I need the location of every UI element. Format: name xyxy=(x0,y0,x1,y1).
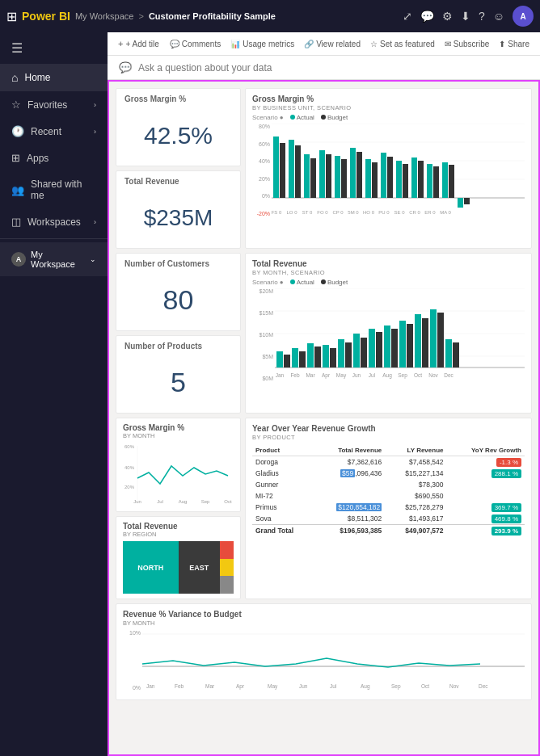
set-featured-button[interactable]: ☆ Set as featured xyxy=(367,37,438,51)
svg-text:Jun: Jun xyxy=(352,372,361,378)
svg-rect-66 xyxy=(415,314,421,368)
svg-text:May: May xyxy=(268,683,278,690)
help-icon[interactable]: ? xyxy=(479,10,485,23)
expand-icon[interactable]: ⤢ xyxy=(403,10,412,23)
svg-rect-54 xyxy=(323,345,329,368)
svg-text:Jun: Jun xyxy=(299,683,308,689)
rev-chart-legend: Scenario ● Actual Budget xyxy=(252,279,525,286)
usage-metrics-button[interactable]: 📊 Usage metrics xyxy=(227,37,297,51)
sidebar-item-apps[interactable]: ⊞ Apps xyxy=(0,145,108,171)
subscribe-button[interactable]: ✉ Subscribe xyxy=(441,37,492,51)
svg-rect-65 xyxy=(407,324,413,368)
svg-rect-55 xyxy=(330,348,336,368)
sidebar-item-recent[interactable]: 🕐 Recent › xyxy=(0,118,108,145)
sidebar-item-shared[interactable]: 👥 Shared with me xyxy=(0,171,108,208)
report-title: Customer Profitability Sample xyxy=(149,11,276,21)
svg-rect-11 xyxy=(319,150,325,198)
workspace-link[interactable]: My Workspace xyxy=(75,11,134,21)
region-small xyxy=(220,541,234,594)
svg-rect-14 xyxy=(341,159,347,198)
gm-y-axis: 80%60%40%20%0%-20% xyxy=(252,124,272,216)
sidebar-item-my-workspace[interactable]: A My Workspace ⌄ xyxy=(0,242,108,276)
gross-margin-kpi-tile: Gross Margin % 42.5% xyxy=(116,88,241,166)
svg-rect-19 xyxy=(381,153,386,198)
sidebar-item-home[interactable]: ⌂ Home xyxy=(0,64,108,91)
comment-icon[interactable]: 💬 xyxy=(420,10,434,23)
col-total-rev: Total Revenue xyxy=(314,445,385,456)
total-revenue-kpi-value: $235M xyxy=(116,187,240,248)
ask-question-bar[interactable]: 💬 Ask a question about your data xyxy=(108,56,540,80)
num-customers-value: 80 xyxy=(116,270,240,330)
svg-rect-18 xyxy=(372,162,378,198)
svg-text:Jan: Jan xyxy=(146,683,155,689)
svg-text:Dec: Dec xyxy=(479,683,488,689)
table-row-grand-total: Grand Total $196,593,385 $49,907,572 293… xyxy=(252,525,525,537)
svg-text:Nov: Nov xyxy=(428,372,438,378)
variance-chart-wrapper: 10% 0% Jan Feb Mar Apr May xyxy=(123,630,525,694)
add-tile-icon: + xyxy=(118,39,123,48)
content-area: + + Add tile 💬 Comments 📊 Usage metrics … xyxy=(108,32,540,756)
svg-rect-56 xyxy=(338,339,344,368)
svg-rect-6 xyxy=(280,143,285,198)
svg-rect-21 xyxy=(396,161,402,198)
svg-text:ER 0: ER 0 xyxy=(424,210,436,215)
add-tile-button[interactable]: + + Add tile xyxy=(114,36,163,51)
sidebar-workspace-label: My Workspace xyxy=(31,250,85,269)
svg-rect-69 xyxy=(437,313,444,368)
shared-icon: 👥 xyxy=(11,184,24,196)
svg-text:20%: 20% xyxy=(124,485,135,489)
gm-chart-legend: Scenario ● Actual Budget xyxy=(252,114,525,121)
svg-text:Jan: Jan xyxy=(276,372,285,378)
gross-margin-kpi-title: Gross Margin % xyxy=(116,89,240,105)
region-r1 xyxy=(220,541,234,559)
comments-button[interactable]: 💬 Comments xyxy=(167,37,224,51)
svg-rect-24 xyxy=(418,161,424,198)
svg-rect-52 xyxy=(307,343,314,368)
sidebar-item-favorites[interactable]: ☆ Favorites › xyxy=(0,91,108,118)
download-icon[interactable]: ⬇ xyxy=(461,10,470,23)
svg-rect-10 xyxy=(310,158,316,198)
col-product: Product xyxy=(252,445,314,456)
variance-y-axis: 10% 0% xyxy=(123,630,142,691)
variance-tile: Revenue % Variance to Budget BY MONTH 10… xyxy=(116,603,532,700)
svg-rect-26 xyxy=(433,166,439,198)
sidebar-item-home-label: Home xyxy=(24,72,50,83)
num-products-title: Number of Products xyxy=(116,336,240,352)
svg-rect-15 xyxy=(350,148,356,198)
svg-text:CP 0: CP 0 xyxy=(332,210,344,215)
variance-line-svg: Jan Feb Mar Apr May Jun Jul Aug Sep Oct … xyxy=(142,630,525,691)
svg-text:Apr: Apr xyxy=(322,372,331,379)
col-yoy: YoY Rev Growth xyxy=(447,445,525,456)
grid-icon[interactable]: ⊞ xyxy=(6,9,17,24)
hamburger-menu[interactable]: ☰ xyxy=(0,32,108,64)
svg-text:Jul: Jul xyxy=(369,372,376,378)
avatar[interactable]: A xyxy=(513,6,534,27)
svg-text:Oct: Oct xyxy=(421,683,429,689)
region-r3 xyxy=(220,576,234,594)
total-revenue-kpi-tile: Total Revenue $235M xyxy=(116,170,241,249)
sidebar-item-workspaces[interactable]: ◫ Workspaces › xyxy=(0,208,108,235)
table-row: MI-72 $690,550 xyxy=(252,490,525,502)
settings-icon[interactable]: ⚙ xyxy=(442,10,453,23)
variance-chart-body: Jan Feb Mar Apr May Jun Jul Aug Sep Oct … xyxy=(142,630,525,694)
svg-text:MA 0: MA 0 xyxy=(440,210,451,215)
svg-text:Apr: Apr xyxy=(236,683,245,690)
view-related-button[interactable]: 🔗 View related xyxy=(301,37,364,51)
svg-rect-64 xyxy=(399,321,406,368)
sidebar-item-favorites-label: Favorites xyxy=(27,99,87,111)
gm-bar-chart-svg: FS 0 LO 0 ST 0 FO 0 CP 0 5M 0 HO 0 PU 0 … xyxy=(272,124,525,216)
row-1: Gross Margin % 42.5% Total Revenue $235M… xyxy=(116,88,532,249)
ask-icon: 💬 xyxy=(119,61,132,74)
svg-text:40%: 40% xyxy=(124,465,135,470)
region-tile: Total Revenue BY REGION NORTH EAST xyxy=(116,516,241,599)
main-layout: ☰ ⌂ Home ☆ Favorites › 🕐 Recent › ⊞ Apps… xyxy=(0,32,540,756)
breadcrumb-sep: > xyxy=(138,11,143,21)
table-row: Gunner $78,300 xyxy=(252,479,525,490)
svg-text:Feb: Feb xyxy=(175,683,184,689)
share-button[interactable]: ⬆ Share xyxy=(496,37,533,51)
svg-text:ST 0: ST 0 xyxy=(302,210,313,215)
rev-legend-scenario: Scenario ● xyxy=(252,279,284,286)
svg-rect-68 xyxy=(430,309,437,368)
share-icon[interactable]: ☺ xyxy=(493,10,504,23)
svg-rect-53 xyxy=(314,346,321,368)
